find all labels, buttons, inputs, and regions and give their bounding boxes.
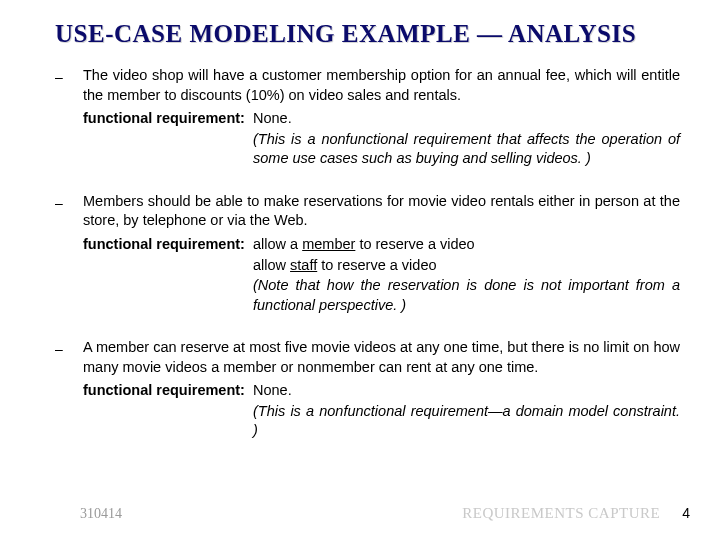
req-value: None. (This is a nonfunctional requireme… xyxy=(253,109,680,170)
footer-caption: REQUIREMENTS CAPTURE xyxy=(462,505,660,522)
bullet-dash: – xyxy=(55,192,83,213)
req-line: allow staff to reserve a video xyxy=(253,256,680,276)
footer-date: 310414 xyxy=(80,506,122,522)
req-value: None. (This is a nonfunctional requireme… xyxy=(253,381,680,442)
req-line: (This is a nonfunctional requirement tha… xyxy=(253,130,680,169)
req-line: None. xyxy=(253,381,680,401)
req-label: functional requirement: xyxy=(83,235,253,255)
req-value: allow a member to reserve a video allow … xyxy=(253,235,680,316)
req-line: (Note that how the reservation is done i… xyxy=(253,276,680,315)
item-text: The video shop will have a customer memb… xyxy=(83,67,680,103)
item-body: The video shop will have a customer memb… xyxy=(83,66,680,170)
req-line: allow a member to reserve a video xyxy=(253,235,680,255)
item-body: A member can reserve at most five movie … xyxy=(83,338,680,442)
page-title: USE-CASE MODELING EXAMPLE — ANALYSIS xyxy=(55,20,680,48)
item-body: Members should be able to make reservati… xyxy=(83,192,680,316)
page-number: 4 xyxy=(682,505,690,521)
req-label: functional requirement: xyxy=(83,109,253,129)
slide: USE-CASE MODELING EXAMPLE — ANALYSIS – T… xyxy=(0,0,720,540)
req-line: (This is a nonfunctional requirement—a d… xyxy=(253,402,680,441)
req-line: None. xyxy=(253,109,680,129)
bullet-dash: – xyxy=(55,66,83,87)
list-item: – The video shop will have a customer me… xyxy=(55,66,680,170)
functional-requirement: functional requirement: allow a member t… xyxy=(83,235,680,316)
functional-requirement: functional requirement: None. (This is a… xyxy=(83,109,680,170)
req-label: functional requirement: xyxy=(83,381,253,401)
list-item: – A member can reserve at most five movi… xyxy=(55,338,680,442)
item-text: Members should be able to make reservati… xyxy=(83,193,680,229)
item-text: A member can reserve at most five movie … xyxy=(83,339,680,375)
functional-requirement: functional requirement: None. (This is a… xyxy=(83,381,680,442)
list-item: – Members should be able to make reserva… xyxy=(55,192,680,316)
slide-footer: 310414 REQUIREMENTS CAPTURE 4 xyxy=(0,505,720,522)
bullet-dash: – xyxy=(55,338,83,359)
